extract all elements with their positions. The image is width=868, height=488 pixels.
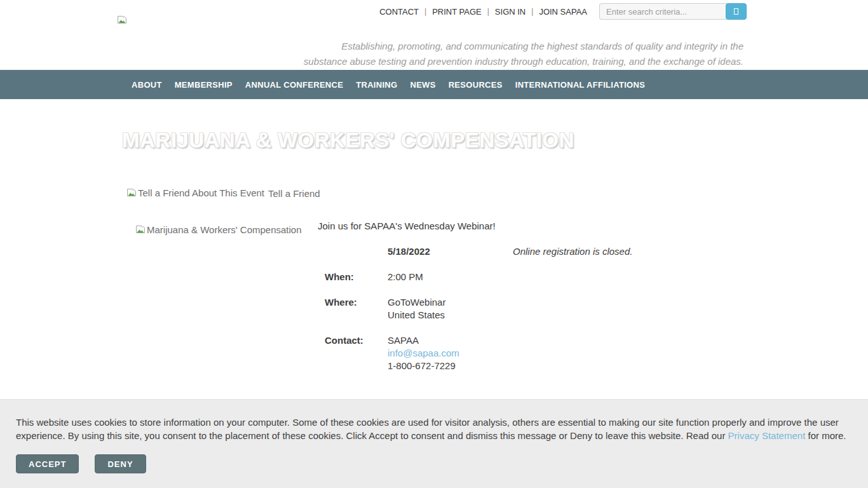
contact-email-link[interactable]: info@sapaa.com bbox=[388, 348, 459, 358]
join-sapaa-link[interactable]: JOIN SAPAA bbox=[539, 7, 587, 17]
search-input[interactable] bbox=[599, 3, 727, 20]
nav-item-resources[interactable]: RESOURCES bbox=[449, 80, 503, 90]
separator: | bbox=[424, 7, 426, 16]
search-button[interactable] bbox=[726, 3, 747, 20]
contact-label: Contact: bbox=[325, 334, 388, 372]
nav-item-membership[interactable]: MEMBERSHIP bbox=[175, 80, 233, 90]
event-contact-row: Contact: SAPAA info@sapaa.com 1-800-672-… bbox=[325, 334, 747, 372]
sign-in-link[interactable]: SIGN IN bbox=[495, 7, 526, 17]
search-bar bbox=[599, 3, 747, 20]
cookie-text-after-link: for more. bbox=[805, 430, 846, 441]
where-country: United States bbox=[388, 309, 513, 322]
tell-a-friend-link[interactable]: Tell a Friend bbox=[268, 188, 320, 199]
event-date-row: 5/18/2022 Online registration is closed. bbox=[325, 245, 747, 258]
site-logo-broken-image[interactable] bbox=[117, 15, 128, 27]
main-navigation: ABOUT MEMBERSHIP ANNUAL CONFERENCE TRAIN… bbox=[0, 70, 868, 99]
site-tagline: Establishing, promoting, and communicati… bbox=[261, 39, 743, 69]
registration-status: Online registration is closed. bbox=[513, 245, 632, 258]
event-details-panel: Join us for SAPAA's Wednesday Webinar! 5… bbox=[318, 220, 747, 385]
when-value: 2:00 PM bbox=[388, 271, 513, 283]
deny-button[interactable]: DENY bbox=[95, 454, 146, 473]
nav-item-annual-conference[interactable]: ANNUAL CONFERENCE bbox=[245, 80, 343, 90]
cookie-text-before-link: This website uses cookies to store infor… bbox=[16, 417, 839, 441]
contact-phone: 1-800-672-7229 bbox=[388, 360, 513, 372]
event-image-alt: Marijuana & Workers' Compensation bbox=[147, 225, 302, 235]
site-header: CONTACT | PRINT PAGE | SIGN IN | JOIN SA… bbox=[0, 0, 868, 70]
event-where-row: Where: GoToWebinar United States bbox=[325, 296, 747, 322]
tagline-line-1: Establishing, promoting, and communicati… bbox=[341, 41, 743, 51]
accept-button[interactable]: ACCEPT bbox=[16, 454, 79, 473]
broken-image-icon bbox=[117, 15, 128, 25]
page-title: MARIJUANA & WORKERS' COMPENSATION bbox=[122, 128, 574, 152]
print-page-link[interactable]: PRINT PAGE bbox=[432, 7, 482, 17]
nav-item-international-affiliations[interactable]: INTERNATIONAL AFFILIATIONS bbox=[515, 80, 645, 90]
cookie-consent-banner: This website uses cookies to store infor… bbox=[0, 399, 868, 488]
event-image-column: Marijuana & Workers' Compensation bbox=[135, 224, 302, 237]
date-label-spacer bbox=[325, 245, 388, 258]
event-date: 5/18/2022 bbox=[388, 245, 513, 258]
when-label: When: bbox=[325, 271, 388, 283]
tell-a-friend-row: Tell a Friend About This Event Tell a Fr… bbox=[126, 187, 320, 198]
nav-item-training[interactable]: TRAINING bbox=[356, 80, 397, 90]
main-content: MARIJUANA & WORKERS' COMPENSATION Tell a… bbox=[0, 99, 868, 399]
cookie-consent-text: This website uses cookies to store infor… bbox=[16, 416, 850, 442]
privacy-statement-link[interactable]: Privacy Statement bbox=[728, 430, 806, 441]
tell-a-friend-broken-image[interactable]: Tell a Friend About This Event bbox=[126, 187, 264, 198]
tagline-line-2: substance abuse testing and prevention i… bbox=[304, 56, 743, 67]
separator: | bbox=[531, 7, 533, 16]
utility-bar: CONTACT | PRINT PAGE | SIGN IN | JOIN SA… bbox=[379, 3, 747, 20]
separator: | bbox=[487, 7, 489, 16]
where-label: Where: bbox=[325, 296, 388, 322]
tell-a-friend-image-alt: Tell a Friend About This Event bbox=[138, 188, 264, 198]
cookie-banner-buttons: ACCEPT DENY bbox=[16, 454, 850, 473]
event-broken-image: Marijuana & Workers' Compensation bbox=[135, 224, 302, 234]
contact-link[interactable]: CONTACT bbox=[379, 7, 419, 17]
contact-name: SAPAA bbox=[388, 334, 513, 347]
utility-links: CONTACT | PRINT PAGE | SIGN IN | JOIN SA… bbox=[379, 7, 587, 17]
where-venue: GoToWebinar bbox=[388, 296, 513, 309]
search-icon bbox=[734, 8, 738, 15]
nav-item-news[interactable]: NEWS bbox=[410, 80, 435, 90]
event-intro: Join us for SAPAA's Wednesday Webinar! bbox=[318, 220, 747, 233]
event-when-row: When: 2:00 PM bbox=[325, 271, 747, 283]
nav-item-about[interactable]: ABOUT bbox=[132, 80, 162, 90]
